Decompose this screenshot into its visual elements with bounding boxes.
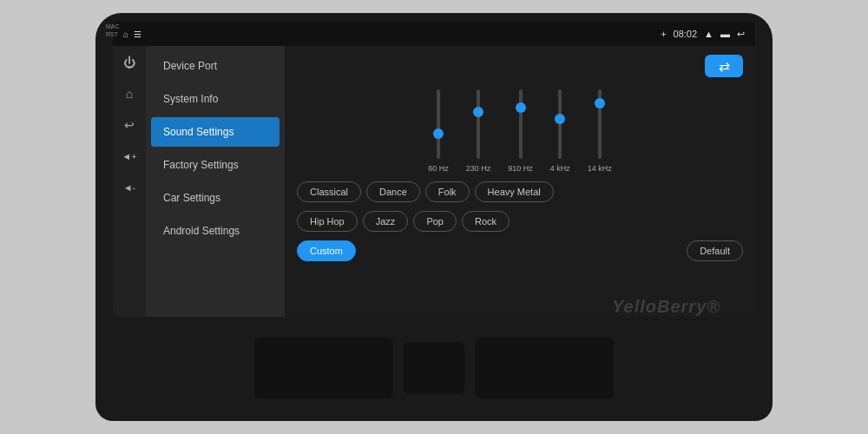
eq-band-230hz: 230 Hz	[466, 89, 491, 173]
eq-thumb-14khz[interactable]	[595, 98, 605, 108]
time-display: 08:02	[674, 29, 698, 39]
window-icon: ▬	[720, 29, 730, 39]
eq-track-4khz	[558, 89, 562, 159]
eq-label-60hz: 60 Hz	[428, 164, 449, 173]
eq-label-910hz: 910 Hz	[508, 164, 533, 173]
eq-thumb-230hz[interactable]	[473, 107, 483, 117]
vent-slot-center	[404, 342, 464, 394]
home-icon[interactable]: ⌂	[120, 84, 139, 103]
menu-item-android-settings[interactable]: Android Settings	[151, 216, 279, 246]
menu-panel: Device Port System Info Sound Settings F…	[146, 46, 285, 317]
power-icon[interactable]: ⏻	[120, 53, 139, 72]
genre-hip-hop[interactable]: Hip Hop	[297, 211, 358, 232]
genre-classical[interactable]: Classical	[297, 181, 361, 202]
genre-jazz[interactable]: Jazz	[363, 211, 409, 232]
main-area: ⏻ ⌂ ↩ ◄+ ◄- Device Port System Info Soun…	[113, 46, 755, 317]
default-button[interactable]: Default	[687, 240, 743, 261]
eq-sliders: 60 Hz 230 Hz 910 Hz	[297, 86, 743, 173]
menu-item-system-info[interactable]: System Info	[151, 84, 279, 114]
vent-slot-right	[475, 338, 614, 398]
eq-track-230hz	[477, 89, 480, 159]
eq-label-14khz: 14 kHz	[588, 164, 612, 173]
menu-status-icon: ☰	[134, 30, 141, 39]
genre-pop[interactable]: Pop	[413, 211, 457, 232]
eq-track-60hz	[437, 89, 440, 159]
menu-item-car-settings[interactable]: Car Settings	[151, 183, 279, 213]
small-labels: MAC RST	[106, 23, 120, 37]
genre-buttons-row1: Classical Dance Folk Heavy Metal	[297, 181, 743, 202]
home-status-icon: ⌂	[123, 30, 128, 39]
eq-toggle-button[interactable]: ⇄	[705, 55, 743, 77]
eq-band-910hz: 910 Hz	[508, 89, 533, 173]
custom-button[interactable]: Custom	[297, 240, 356, 261]
eq-band-4khz: 4 kHz	[550, 89, 570, 173]
side-icons: ⏻ ⌂ ↩ ◄+ ◄-	[113, 46, 146, 317]
bluetooth-icon: +	[661, 29, 666, 39]
mac-label: MAC	[106, 23, 120, 30]
back-icon[interactable]: ↩	[120, 115, 139, 135]
content-area: ⇄ 60 Hz 230	[285, 46, 755, 317]
menu-item-sound-settings[interactable]: Sound Settings	[151, 117, 279, 147]
volume-down-icon[interactable]: ◄-	[120, 178, 139, 197]
back-arrow-icon: ↩	[737, 29, 745, 40]
eq-track-14khz	[598, 89, 602, 159]
eq-track-910hz	[519, 89, 523, 159]
genre-folk[interactable]: Folk	[425, 181, 470, 202]
eq-toggle-row: ⇄	[297, 55, 743, 77]
eq-band-60hz: 60 Hz	[428, 89, 449, 173]
custom-default-row: Custom Default	[297, 240, 743, 261]
bottom-panel	[113, 317, 755, 419]
eq-label-4khz: 4 kHz	[550, 164, 570, 173]
genre-buttons-row2: Hip Hop Jazz Pop Rock	[297, 211, 743, 232]
genre-rock[interactable]: Rock	[462, 211, 510, 232]
status-left: ⌂ ☰	[123, 30, 141, 39]
menu-item-factory-settings[interactable]: Factory Settings	[151, 150, 279, 180]
eq-thumb-910hz[interactable]	[516, 102, 526, 113]
signal-icon: ▲	[704, 29, 713, 39]
eq-band-14khz: 14 kHz	[588, 89, 612, 173]
rst-label: RST	[106, 31, 120, 37]
genre-heavy-metal[interactable]: Heavy Metal	[475, 181, 554, 202]
status-bar: ⌂ ☰ + 08:02 ▲ ▬ ↩	[113, 22, 755, 46]
car-frame: MAC RST ⌂ ☰ + 08:02 ▲ ▬ ↩ ⏻ ⌂ ↩ ◄	[95, 13, 773, 421]
screen-unit: ⌂ ☰ + 08:02 ▲ ▬ ↩ ⏻ ⌂ ↩ ◄+ ◄- D	[113, 22, 755, 317]
vent-slot-left	[254, 338, 393, 398]
eq-label-230hz: 230 Hz	[466, 164, 491, 173]
genre-dance[interactable]: Dance	[366, 181, 420, 202]
volume-up-icon[interactable]: ◄+	[120, 147, 139, 166]
status-right: + 08:02 ▲ ▬ ↩	[661, 29, 745, 40]
eq-thumb-60hz[interactable]	[433, 128, 444, 139]
menu-item-device-port[interactable]: Device Port	[151, 51, 279, 81]
eq-thumb-4khz[interactable]	[555, 114, 565, 124]
